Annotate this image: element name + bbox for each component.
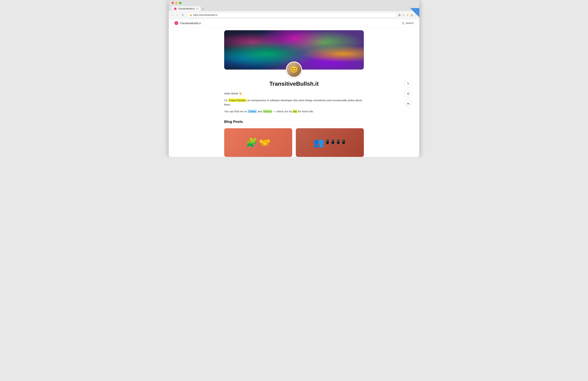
traffic-light-close[interactable] [171,2,174,4]
avatar: 😊 [286,61,302,78]
puzzle-visual: 🧩 🤝 [246,137,271,148]
tab-close-button[interactable]: ✕ [196,7,198,10]
blog-card-1-image: 🧩 🤝 [224,128,292,157]
main-area: 😊 TransitiveBullsh.it Hello World 👋 I'm … [169,30,419,157]
intro-section: Hello World 👋 I'm Travis Fischer, an ent… [221,91,367,120]
refresh-button[interactable]: ↻ [181,13,185,17]
tab-favicon-icon [174,7,177,10]
blog-section: Blog Posts 🧩 🤝 👥 [221,120,367,157]
blog-section-title: Blog Posts [224,120,364,125]
new-tab-button[interactable]: + [201,7,205,11]
intro-and: and [257,110,263,113]
back-button[interactable]: ‹ [171,13,174,17]
page-content: TransitiveBullsh.it 🔍 Search 😊 [169,19,419,157]
search-label: Search [406,22,414,24]
blog-grid: 🧩 🤝 👥 📱📱📱📱 [224,128,364,157]
address-bar[interactable]: 🔒 https://transitivebullsh.it [187,13,397,17]
logo-favicon [174,21,178,25]
blog-card-1[interactable]: 🧩 🤝 [224,128,292,157]
browser-toolbar: ‹ › ↻ 🔒 https://transitivebullsh.it ⊞ ☆ … [169,11,419,19]
search-button[interactable]: 🔍 Search [402,22,414,24]
traffic-light-minimize[interactable] [175,2,178,4]
translate-icon[interactable]: ⊞ [399,13,401,17]
bio-link[interactable]: bio [293,110,297,113]
profile-icon[interactable]: ◎ [411,13,413,17]
github-link[interactable]: GitHub [263,110,272,113]
browser-tab-active[interactable]: TransitiveBullsh.it ✕ [171,6,201,11]
intro-find-pre: You can find me on [224,110,248,113]
toolbar-right: ⊞ ☆ ⚡ ◎ ⋮ [399,13,417,17]
extension-icon[interactable]: ⚡ [406,13,409,17]
github-social-button[interactable]: ⊙ [404,90,412,97]
forward-button[interactable]: › [176,13,179,17]
search-icon: 🔍 [402,22,405,24]
site-header: TransitiveBullsh.it 🔍 Search [169,19,419,27]
intro-dash: — check out my [272,110,293,113]
blog-card-2[interactable]: 👥 📱📱📱📱 [296,128,364,157]
logo-text: TransitiveBullsh.it [180,22,201,25]
tab-bar: TransitiveBullsh.it ✕ + [171,6,417,11]
browser-titlebar: TransitiveBullsh.it ✕ + [169,0,419,11]
blog-card-2-image: 👥 📱📱📱📱 [296,128,364,157]
url-text: https://transitivebullsh.it [193,14,217,16]
puzzle-icon: 🧩 [246,137,257,148]
intro-end: for more info. [297,110,314,113]
bookmark-icon[interactable]: ☆ [402,13,404,17]
browser-controls [171,2,417,4]
puzzle-icon-2: 🤝 [259,137,271,148]
intro-paragraph-2: You can find me on Twitter and GitHub — … [224,109,364,114]
avatar-face: 😊 [287,62,301,77]
linkedin-social-button[interactable]: in [404,100,412,108]
social-sidebar: 𝕏 ⊙ in [404,80,412,108]
twitter-icon: 𝕏 [407,82,409,85]
site-logo[interactable]: TransitiveBullsh.it [174,21,201,25]
social-people-visual: 👥 📱📱📱📱 [312,136,348,149]
page-title: TransitiveBullsh.it [224,80,364,87]
github-icon: ⊙ [407,91,410,96]
intro-paragraph-1: I'm Travis Fischer, an entrepreneur & so… [224,98,364,107]
twitter-link[interactable]: Twitter [248,110,257,113]
avatar-container: 😊 [224,61,364,78]
author-name: Travis Fischer, [229,98,247,102]
browser-window: TransitiveBullsh.it ✕ + ‹ › ↻ 🔒 https://… [169,0,419,157]
tab-title: TransitiveBullsh.it [178,7,195,10]
linkedin-icon: in [407,102,409,105]
twitter-social-button[interactable]: 𝕏 [404,80,412,87]
hello-line: Hello World 👋 [224,91,364,96]
traffic-light-fullscreen[interactable] [179,2,181,4]
hero-section: 😊 TransitiveBullsh.it [221,30,367,87]
lock-icon: 🔒 [189,14,192,16]
intro-im: I'm [224,99,229,102]
